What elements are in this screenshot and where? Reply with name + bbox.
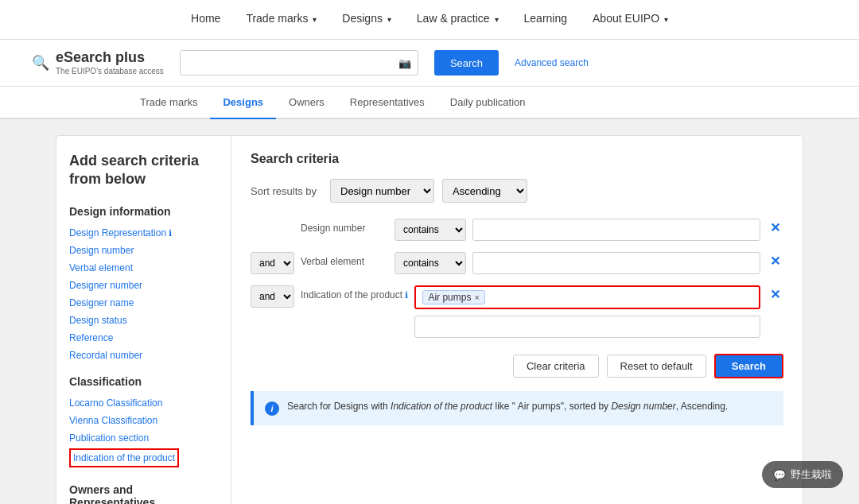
info-icon-box: i xyxy=(265,401,279,416)
watermark: 💬 野生栽啦 xyxy=(762,461,843,488)
logo-icon: 🔍 xyxy=(32,54,49,72)
info-icon-small: ℹ xyxy=(169,228,172,238)
dropdown-arrow: ▾ xyxy=(387,15,391,24)
link-verbal-element[interactable]: Verbal element xyxy=(69,261,218,275)
link-design-number[interactable]: Design number xyxy=(69,243,218,258)
watermark-icon: 💬 xyxy=(773,469,786,481)
link-designer-name[interactable]: Designer name xyxy=(69,296,218,310)
info-em1: Indication of the product xyxy=(391,401,492,412)
info-box: i Search for Designs with Indication of … xyxy=(251,391,783,425)
link-publication-section[interactable]: Publication section xyxy=(69,431,218,445)
logo-text: eSearch plus xyxy=(56,49,164,66)
nav-trademarks[interactable]: Trade marks ▾ xyxy=(246,12,317,28)
main-search-box: 📷 xyxy=(180,50,418,76)
search-button-header[interactable]: Search xyxy=(434,50,499,76)
search-header: 🔍 eSearch plus The EUIPO's database acce… xyxy=(0,40,859,87)
tab-representatives[interactable]: Representatives xyxy=(337,87,437,119)
reset-default-button[interactable]: Reset to default xyxy=(607,355,706,378)
connector-indication[interactable]: and or not xyxy=(251,285,294,308)
label-design-number: Design number xyxy=(301,219,388,234)
dropdown-arrow: ▾ xyxy=(495,15,499,24)
criteria-row-design-number: Design number contains equals ✕ xyxy=(251,219,783,241)
criteria-row-verbal: and or not Verbal element contains equal… xyxy=(251,252,783,274)
indication-text-input[interactable] xyxy=(414,316,760,338)
sort-label: Sort results by xyxy=(251,185,322,197)
input-verbal[interactable] xyxy=(472,252,760,274)
design-info-title: Design information xyxy=(69,205,218,218)
search-criteria-title: Search criteria xyxy=(251,152,783,166)
buttons-row: Clear criteria Reset to default Search xyxy=(251,354,783,378)
label-verbal: Verbal element xyxy=(301,252,388,267)
classification-title: Classification xyxy=(69,375,218,388)
tab-designs[interactable]: Designs xyxy=(210,87,276,119)
owners-title: Owners and Representatives xyxy=(69,483,218,504)
logo-subtitle: The EUIPO's database access xyxy=(56,66,164,76)
tab-daily-publication[interactable]: Daily publication xyxy=(437,87,538,119)
link-reference[interactable]: Reference xyxy=(69,331,218,345)
left-panel-heading: Add search criteria from below xyxy=(69,152,218,189)
nav-home[interactable]: Home xyxy=(191,12,220,28)
link-design-status[interactable]: Design status xyxy=(69,313,218,328)
sort-row: Sort results by Design number Filing dat… xyxy=(251,179,783,203)
camera-icon[interactable]: 📷 xyxy=(392,54,418,72)
logo-area: 🔍 eSearch plus The EUIPO's database acce… xyxy=(32,49,164,76)
condition-design-number[interactable]: contains equals xyxy=(395,219,466,241)
advanced-search-link[interactable]: Advanced search xyxy=(515,57,589,68)
main-content: Add search criteria from below Design in… xyxy=(56,135,803,504)
watermark-text: 野生栽啦 xyxy=(791,467,832,482)
link-indication-product[interactable]: Indication of the product xyxy=(69,448,179,467)
tab-owners[interactable]: Owners xyxy=(276,87,337,119)
condition-verbal[interactable]: contains equals xyxy=(395,252,466,274)
top-navigation: Home Trade marks ▾ Designs ▾ Law & pract… xyxy=(0,0,859,40)
link-vienna[interactable]: Vienna Classification xyxy=(69,413,218,428)
delete-indication[interactable]: ✕ xyxy=(767,285,783,304)
delete-verbal[interactable]: ✕ xyxy=(767,252,783,270)
dropdown-arrow: ▾ xyxy=(664,15,668,24)
info-icon-indication[interactable]: ℹ xyxy=(405,290,408,300)
clear-criteria-button[interactable]: Clear criteria xyxy=(513,355,599,378)
logo-info: eSearch plus The EUIPO's database access xyxy=(56,49,164,76)
link-design-representation[interactable]: Design Representation ℹ xyxy=(69,226,218,240)
left-panel: Add search criteria from below Design in… xyxy=(56,136,231,504)
right-panel: Search criteria Sort results by Design n… xyxy=(231,136,803,504)
link-locarno[interactable]: Locarno Classification xyxy=(69,396,218,410)
nav-about[interactable]: About EUIPO ▾ xyxy=(593,12,668,28)
tag-input-indication[interactable]: Air pumps × xyxy=(414,285,760,309)
delete-design-number[interactable]: ✕ xyxy=(767,219,783,237)
nav-learning[interactable]: Learning xyxy=(524,12,568,28)
nav-law[interactable]: Law & practice ▾ xyxy=(417,12,499,28)
search-button-main[interactable]: Search xyxy=(714,354,783,378)
order-select[interactable]: Ascending Descending xyxy=(442,179,527,203)
dropdown-arrow: ▾ xyxy=(313,15,317,24)
tag-remove[interactable]: × xyxy=(474,293,479,302)
input-design-number[interactable] xyxy=(472,219,760,241)
info-text: Search for Designs with Indication of th… xyxy=(287,401,728,412)
nav-designs[interactable]: Designs ▾ xyxy=(342,12,391,28)
indication-input-area: Air pumps × xyxy=(414,285,760,338)
label-indication: Indication of the product ℹ xyxy=(301,285,408,300)
sub-tabs: Trade marks Designs Owners Representativ… xyxy=(0,87,859,119)
criteria-row-indication: and or not Indication of the product ℹ A… xyxy=(251,285,783,338)
tag-label: Air pumps xyxy=(428,292,471,303)
link-designer-number[interactable]: Designer number xyxy=(69,278,218,293)
connector-verbal[interactable]: and or not xyxy=(251,252,294,274)
link-recordal-number[interactable]: Recordal number xyxy=(69,348,218,362)
tag-air-pumps: Air pumps × xyxy=(422,290,484,304)
info-em2: Design number xyxy=(611,401,675,412)
sort-select[interactable]: Design number Filing date Publication da… xyxy=(330,179,434,203)
tab-trademarks[interactable]: Trade marks xyxy=(127,87,210,119)
search-input[interactable] xyxy=(181,54,392,72)
